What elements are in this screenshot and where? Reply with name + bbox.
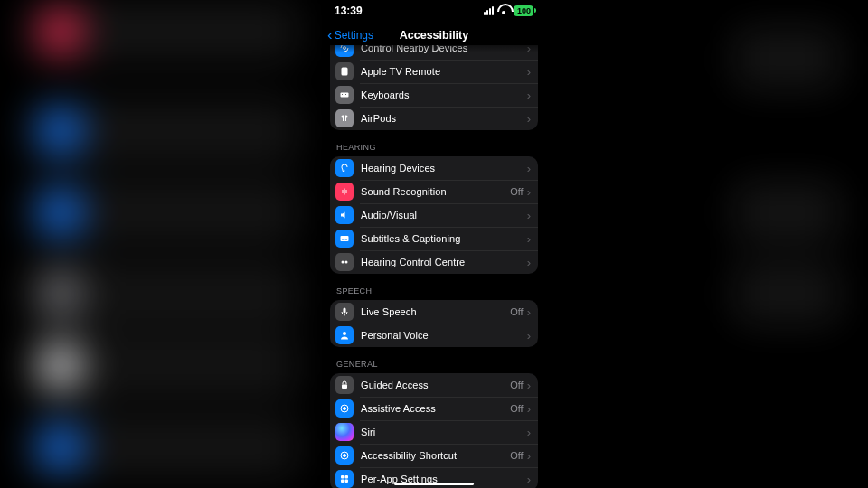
group-physical: Control Nearby Devices›Apple TV Remote›K… — [330, 45, 538, 130]
speaker-icon — [335, 206, 354, 224]
settings-row[interactable]: Assistive AccessOff› — [330, 397, 538, 420]
settings-row[interactable]: Apple TV Remote› — [330, 60, 538, 83]
cellular-icon — [484, 6, 494, 15]
settings-row[interactable]: Siri› — [330, 420, 538, 444]
row-label: Hearing Control Centre — [361, 257, 527, 267]
chevron-right-icon: › — [527, 330, 531, 342]
settings-row[interactable]: Sound RecognitionOff› — [330, 180, 538, 203]
chevron-right-icon: › — [527, 403, 531, 415]
svg-rect-21 — [345, 480, 349, 483]
chevron-right-icon: › — [527, 186, 531, 198]
section-header-speech: SPEECH — [330, 274, 538, 300]
svg-rect-7 — [342, 239, 344, 240]
section-header-general: GENERAL — [330, 347, 538, 373]
group-general: Guided AccessOff›Assistive AccessOff›Sir… — [330, 373, 538, 488]
svg-rect-6 — [341, 236, 349, 241]
row-value: Off — [510, 450, 523, 461]
settings-row[interactable]: Hearing Control Centre› — [330, 250, 538, 274]
lock-icon — [335, 376, 354, 394]
chevron-right-icon: › — [527, 89, 531, 101]
row-label: Keyboards — [361, 89, 527, 100]
settings-row[interactable]: Subtitles & Captioning› — [330, 227, 538, 250]
settings-row[interactable]: Live SpeechOff› — [330, 300, 538, 324]
shortcut-icon — [335, 446, 354, 465]
row-value: Off — [510, 306, 523, 317]
svg-rect-4 — [344, 94, 344, 95]
group-speech: Live SpeechOff›Personal Voice› — [330, 300, 538, 347]
svg-rect-11 — [344, 308, 346, 314]
stage: 13:39 100 ‹ Settings Accessibility Contr… — [0, 0, 868, 488]
row-label: Hearing Devices — [361, 163, 527, 174]
chevron-right-icon: › — [527, 380, 531, 391]
page-title: Accessibility — [400, 29, 468, 42]
row-value: Off — [510, 380, 523, 390]
row-label: Guided Access — [361, 380, 510, 390]
chevron-right-icon: › — [527, 427, 531, 438]
battery-indicator: 100 — [514, 5, 533, 16]
back-label: Settings — [335, 29, 373, 42]
row-label: Audio/Visual — [361, 210, 527, 221]
phone-screen: 13:39 100 ‹ Settings Accessibility Contr… — [322, 0, 546, 488]
settings-row[interactable]: Audio/Visual› — [330, 203, 538, 227]
svg-point-17 — [344, 455, 346, 457]
row-value: Off — [510, 403, 523, 414]
row-value: Off — [510, 186, 523, 197]
scroll-view[interactable]: Control Nearby Devices›Apple TV Remote›K… — [322, 45, 546, 488]
perapp-icon — [335, 470, 354, 488]
row-label: Personal Voice — [361, 330, 527, 341]
chevron-right-icon: › — [527, 163, 531, 174]
settings-row[interactable]: Guided AccessOff› — [330, 373, 538, 397]
chevron-right-icon: › — [527, 233, 531, 245]
settings-row[interactable]: AirPods› — [330, 107, 538, 130]
airpods-icon — [335, 109, 354, 127]
row-label: Apple TV Remote — [361, 66, 527, 77]
row-label: Sound Recognition — [361, 186, 510, 197]
row-label: Accessibility Shortcut — [361, 450, 510, 461]
mic-icon — [335, 303, 354, 321]
chevron-right-icon: › — [527, 306, 531, 318]
settings-row[interactable]: Keyboards› — [330, 83, 538, 107]
person-icon — [335, 326, 354, 344]
settings-row[interactable]: Accessibility ShortcutOff› — [330, 444, 538, 467]
siri-icon — [335, 423, 354, 441]
chevron-right-icon: › — [527, 210, 531, 221]
ear-icon — [335, 159, 354, 177]
svg-rect-1 — [342, 68, 348, 76]
keyboard-icon — [335, 86, 354, 104]
wifi-icon — [497, 6, 510, 15]
nav-bar: ‹ Settings Accessibility — [322, 22, 546, 49]
chevron-right-icon: › — [527, 113, 531, 125]
chevron-right-icon: › — [527, 66, 531, 78]
back-button[interactable]: ‹ Settings — [327, 29, 373, 42]
row-label: Subtitles & Captioning — [361, 233, 527, 244]
svg-rect-13 — [342, 385, 347, 389]
svg-point-12 — [343, 332, 346, 335]
group-hearing: Hearing Devices›Sound RecognitionOff›Aud… — [330, 156, 538, 274]
waveform-icon — [335, 183, 354, 201]
chevron-right-icon: › — [527, 450, 531, 462]
svg-rect-18 — [341, 475, 344, 479]
svg-point-9 — [342, 261, 344, 264]
status-time: 13:39 — [335, 5, 363, 17]
row-label: Assistive Access — [361, 403, 510, 414]
captions-icon — [335, 230, 354, 248]
apple-tv-icon — [335, 62, 354, 80]
assistive-icon — [335, 399, 354, 418]
section-header-hearing: HEARING — [330, 130, 538, 156]
svg-rect-3 — [342, 94, 343, 95]
settings-row[interactable]: Personal Voice› — [330, 324, 538, 347]
settings-row[interactable]: Hearing Devices› — [330, 156, 538, 180]
chevron-left-icon: ‹ — [327, 27, 333, 42]
svg-rect-8 — [345, 239, 348, 240]
svg-rect-20 — [341, 480, 344, 483]
chevron-right-icon: › — [527, 257, 531, 268]
svg-rect-5 — [345, 94, 346, 95]
status-bar: 13:39 100 — [322, 0, 546, 22]
svg-rect-19 — [345, 475, 349, 479]
svg-point-10 — [345, 261, 348, 264]
hearing-cc-icon — [335, 253, 354, 271]
row-label: AirPods — [361, 113, 527, 124]
home-indicator[interactable] — [394, 483, 474, 486]
svg-point-15 — [344, 408, 346, 410]
row-label: Live Speech — [361, 306, 510, 317]
